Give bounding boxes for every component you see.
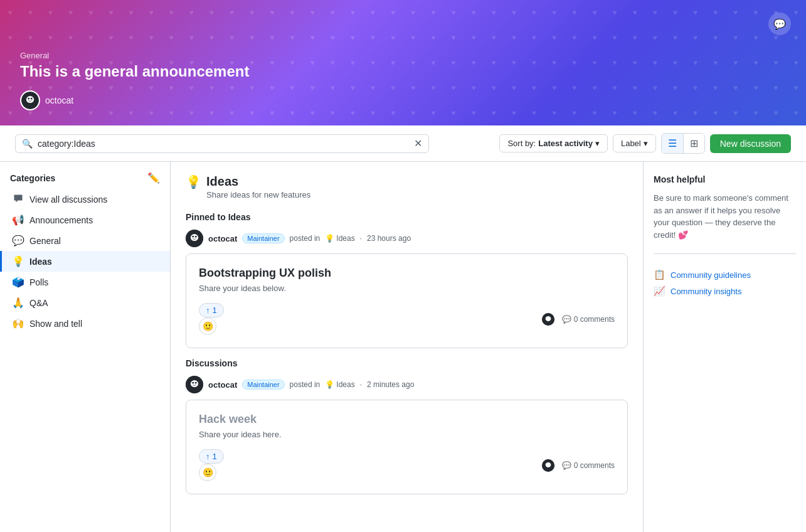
discussion-card-body: Share your ideas here. (199, 430, 615, 439)
heart-decoration: ♥ (0, 75, 20, 100)
ideas-icon: 💡 (12, 255, 24, 267)
heart-decoration: ♥ (302, 0, 322, 25)
pinned-upvote-button[interactable]: ↑ 1 (199, 303, 224, 317)
sidebar-item-general[interactable]: 💬 General (0, 230, 170, 251)
pinned-post-avatar[interactable] (186, 230, 203, 247)
heart-decoration: ♥ (60, 25, 80, 50)
svg-point-3 (31, 98, 33, 100)
pinned-post-category[interactable]: 💡 Ideas (325, 234, 354, 243)
label-button[interactable]: Label ▾ (613, 134, 656, 152)
banner-label: General (20, 51, 786, 60)
heart-decoration: ♥ (302, 25, 322, 50)
heart-decoration: ♥ (625, 25, 645, 50)
svg-point-15 (545, 462, 551, 467)
discussion-dot-separator: · (360, 380, 362, 389)
avatar (20, 90, 40, 110)
insights-icon: 📈 (654, 285, 665, 297)
community-insights-link[interactable]: 📈 Community insights (654, 283, 796, 299)
svg-point-1 (26, 96, 34, 103)
list-view-button[interactable]: ☰ (662, 134, 684, 153)
discussion-post-category[interactable]: 💡 Ideas (325, 380, 354, 389)
discussions-section-title: Discussions (186, 358, 628, 368)
heart-decoration: ♥ (81, 25, 101, 50)
discussion-emoji-smile-icon: 🙂 (203, 467, 213, 477)
list-view-icon: ☰ (668, 138, 677, 149)
discussion-upvote-button[interactable]: ↑ 1 (199, 449, 224, 464)
sidebar-item-announcements-label: Announcements (29, 215, 93, 225)
sidebar-item-polls[interactable]: 🗳️ Polls (0, 272, 170, 292)
discussion-post-avatar[interactable] (186, 376, 203, 393)
discussion-category-emoji: 💡 (325, 380, 334, 389)
heart-decoration: ♥ (121, 25, 141, 50)
heart-decoration: ♥ (20, 0, 40, 25)
label-chevron-icon: ▾ (644, 139, 648, 148)
search-clear-icon[interactable]: ✕ (414, 139, 422, 149)
banner-user: octocat (20, 90, 786, 110)
sidebar-item-qa[interactable]: 🙏 Q&A (0, 292, 170, 313)
upvote-arrow-icon: ↑ (206, 306, 210, 315)
pinned-emoji-button[interactable]: 🙂 (199, 317, 216, 335)
heart-decoration: ♥ (161, 25, 181, 50)
heart-decoration: ♥ (121, 0, 141, 25)
qa-icon: 🙏 (12, 297, 24, 309)
new-discussion-button[interactable]: New discussion (710, 134, 791, 153)
guidelines-icon: 📋 (654, 269, 665, 280)
heart-decoration: ♥ (665, 25, 685, 50)
discussion-card-reactions: ↑ 1 🙂 (199, 449, 228, 481)
discussion-comment-count: 💬 0 comments (562, 461, 615, 470)
pinned-discussion-card[interactable]: Bootstrapping UX polish Share your ideas… (186, 253, 628, 348)
discussion-post-badge: Maintainer (242, 380, 284, 390)
heart-decoration: ♥ (141, 0, 161, 25)
sidebar-item-announcements[interactable]: 📢 Announcements (0, 210, 170, 230)
pinned-comment-count: 💬 0 comments (562, 315, 615, 324)
helpful-text: Be sure to mark someone's comment as an … (654, 192, 796, 241)
heart-decoration: ♥ (786, 100, 806, 125)
sidebar-item-view-all-label: View all discussions (29, 194, 107, 205)
sidebar-edit-icon[interactable]: ✏️ (147, 172, 160, 184)
heart-decoration: ♥ (342, 0, 363, 25)
pinned-comments-text: 0 comments (574, 315, 615, 324)
heart-decoration: ♥ (685, 25, 705, 50)
discussion-post-author[interactable]: octocat (208, 380, 237, 390)
heart-decoration: ♥ (181, 25, 201, 50)
heart-decoration: ♥ (322, 0, 342, 25)
pinned-upvote-count: 1 (213, 306, 217, 315)
community-insights-label: Community insights (671, 287, 741, 296)
search-box[interactable]: 🔍 ✕ (15, 134, 429, 153)
discussion-card[interactable]: Hack week Share your ideas here. ↑ 1 🙂 (186, 400, 628, 494)
heart-decoration: ♥ (605, 0, 625, 25)
sidebar-item-show-and-tell[interactable]: 🙌 Show and tell (0, 313, 170, 334)
community-guidelines-link[interactable]: 📋 Community guidelines (654, 267, 796, 283)
discussion-participant-avatar (542, 459, 554, 472)
search-input[interactable] (38, 139, 409, 149)
heart-decoration: ♥ (262, 0, 282, 25)
grid-view-button[interactable]: ⊞ (684, 134, 704, 153)
discussion-comment-icon: 💬 (562, 461, 571, 470)
sidebar: Categories ✏️ View all discussions 📢 Ann… (0, 162, 171, 532)
community-guidelines-label: Community guidelines (671, 270, 751, 280)
heart-decoration: ♥ (544, 25, 564, 50)
heart-decoration: ♥ (282, 25, 302, 50)
discussion-emoji-button[interactable]: 🙂 (199, 464, 216, 481)
sidebar-item-ideas[interactable]: 💡 Ideas (0, 251, 170, 272)
discussion-post-time: 2 minutes ago (367, 380, 414, 389)
category-desc: Share ideas for new features (206, 190, 310, 200)
heart-decoration: ♥ (282, 0, 302, 25)
heart-decoration: ♥ (101, 25, 121, 50)
sort-value: Latest activity (538, 139, 593, 148)
pinned-post-badge: Maintainer (242, 233, 284, 243)
heart-decoration: ♥ (20, 25, 40, 50)
comment-icon: 💬 (562, 315, 571, 324)
pinned-post-author[interactable]: octocat (208, 234, 237, 243)
pinned-card-body: Share your ideas below. (199, 284, 615, 293)
discussion-upvote-arrow-icon: ↑ (206, 452, 210, 461)
heart-decoration: ♥ (786, 75, 806, 100)
discussion-post-meta: octocat Maintainer posted in 💡 Ideas · 2… (186, 376, 628, 393)
discussion-posted-in-text: posted in (290, 380, 321, 389)
discussion-icon (12, 193, 24, 205)
heart-decoration: ♥ (363, 0, 383, 25)
sort-button[interactable]: Sort by: Latest activity ▾ (499, 134, 608, 152)
sidebar-item-view-all[interactable]: View all discussions (0, 189, 170, 210)
heart-decoration: ♥ (625, 0, 645, 25)
heart-decoration: ♥ (141, 25, 161, 50)
